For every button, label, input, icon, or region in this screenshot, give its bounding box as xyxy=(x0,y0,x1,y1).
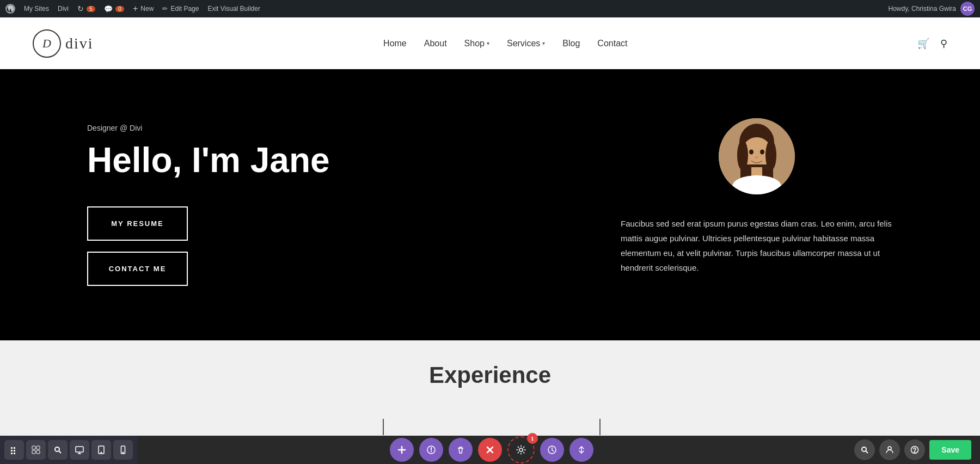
toggle-btn[interactable] xyxy=(419,438,443,462)
svg-point-30 xyxy=(122,452,124,453)
search-right-btn[interactable] xyxy=(854,439,875,460)
history-btn[interactable] xyxy=(540,438,564,462)
builder-toolbar: 1 xyxy=(0,436,980,464)
contact-button[interactable]: CONTACT ME xyxy=(87,252,188,286)
svg-rect-19 xyxy=(36,446,40,449)
portability-btn[interactable] xyxy=(569,438,593,462)
svg-point-39 xyxy=(519,448,523,451)
logo[interactable]: D divi xyxy=(33,29,94,58)
desktop-btn[interactable] xyxy=(70,440,89,460)
builder-left-tools xyxy=(0,436,137,464)
svg-point-46 xyxy=(915,451,915,452)
svg-line-23 xyxy=(59,451,62,454)
updates-item[interactable]: ↻ 5 xyxy=(77,4,95,13)
hero-left: Designer @ Divi Hello, I'm Jane MY RESUM… xyxy=(87,113,621,297)
add-module-btn[interactable] xyxy=(390,438,414,462)
shop-dropdown-arrow: ▾ xyxy=(487,40,489,46)
comments-badge: 0 xyxy=(115,6,124,12)
nav-menu: Home About Shop ▾ Services ▾ Blog Contac… xyxy=(383,39,627,48)
nav-item-services[interactable]: Services ▾ xyxy=(507,39,545,48)
experience-section: Experience xyxy=(0,340,980,394)
close-section-btn[interactable] xyxy=(478,438,502,462)
svg-rect-21 xyxy=(36,450,40,454)
divi-label: Divi xyxy=(58,5,69,13)
cart-icon[interactable]: 🛒 xyxy=(917,38,929,50)
services-dropdown-arrow: ▾ xyxy=(542,40,545,46)
avatar xyxy=(719,118,795,194)
divi-item[interactable]: Divi xyxy=(58,5,69,13)
svg-point-44 xyxy=(888,447,891,450)
nav-item-contact[interactable]: Contact xyxy=(597,39,627,48)
save-button[interactable]: Save xyxy=(929,440,971,460)
svg-point-42 xyxy=(862,447,866,451)
notification-badge: 1 xyxy=(527,433,538,444)
svg-point-8 xyxy=(760,150,764,155)
comments-item[interactable]: 💬 0 xyxy=(104,5,124,13)
gear-btn-wrapper: 1 xyxy=(507,436,535,463)
my-sites-label: My Sites xyxy=(24,5,49,13)
edit-page-label: Edit Page xyxy=(170,5,199,13)
logo-text: divi xyxy=(65,35,94,52)
help-btn[interactable] xyxy=(904,439,925,460)
exit-builder-item[interactable]: Exit Visual Builder xyxy=(207,5,260,13)
svg-point-7 xyxy=(749,150,754,155)
svg-point-9 xyxy=(755,156,758,158)
svg-point-28 xyxy=(101,452,102,453)
svg-line-43 xyxy=(866,451,868,454)
svg-rect-14 xyxy=(11,450,13,451)
svg-rect-16 xyxy=(11,453,13,454)
edit-page-item[interactable]: ✏ Edit Page xyxy=(162,5,199,13)
account-btn[interactable] xyxy=(879,439,900,460)
svg-point-22 xyxy=(55,447,59,451)
nav-item-shop[interactable]: Shop ▾ xyxy=(464,39,489,48)
hero-section: Designer @ Divi Hello, I'm Jane MY RESUM… xyxy=(0,69,980,340)
howdy-text: Howdy, Christina Gwira xyxy=(889,5,956,13)
svg-rect-12 xyxy=(11,447,13,449)
svg-rect-15 xyxy=(14,450,15,451)
search-btn[interactable] xyxy=(48,440,68,460)
svg-rect-18 xyxy=(32,446,35,449)
layout-btn[interactable] xyxy=(26,440,46,460)
svg-rect-20 xyxy=(32,450,35,454)
nav-item-blog[interactable]: Blog xyxy=(562,39,580,48)
hero-subtitle: Designer @ Divi xyxy=(87,124,621,132)
nav-bar: D divi Home About Shop ▾ Services ▾ Blog… xyxy=(0,17,980,69)
svg-point-35 xyxy=(430,451,431,452)
hero-title: Hello, I'm Jane xyxy=(87,141,621,179)
new-item[interactable]: + New xyxy=(133,4,154,14)
trash-btn[interactable] xyxy=(449,438,473,462)
admin-bar-right: Howdy, Christina Gwira CG xyxy=(889,2,975,16)
hamburger-btn[interactable] xyxy=(4,440,24,460)
admin-avatar[interactable]: CG xyxy=(960,2,975,16)
new-label: New xyxy=(140,5,154,13)
builder-center: 1 xyxy=(137,436,846,463)
svg-rect-13 xyxy=(14,447,15,449)
tablet-btn[interactable] xyxy=(91,440,111,460)
hero-bio: Faucibus sed sed erat ipsum purus egesta… xyxy=(621,216,893,275)
wordpress-icon[interactable] xyxy=(5,4,15,14)
search-icon[interactable]: ⚲ xyxy=(940,38,947,50)
exit-builder-label: Exit Visual Builder xyxy=(207,5,260,13)
nav-item-about[interactable]: About xyxy=(424,39,447,48)
builder-right: Save xyxy=(846,439,980,460)
mobile-btn[interactable] xyxy=(113,440,133,460)
admin-bar: My Sites Divi ↻ 5 💬 0 + New ✏ Edit Page … xyxy=(0,0,980,17)
svg-rect-24 xyxy=(76,447,83,452)
resume-button[interactable]: MY RESUME xyxy=(87,206,188,241)
logo-circle: D xyxy=(33,29,61,58)
nav-item-home[interactable]: Home xyxy=(383,39,407,48)
nav-icons: 🛒 ⚲ xyxy=(917,38,947,50)
svg-rect-17 xyxy=(14,453,15,454)
experience-title: Experience xyxy=(0,362,980,388)
updates-badge: 5 xyxy=(87,6,95,12)
hero-right: Faucibus sed sed erat ipsum purus egesta… xyxy=(621,113,893,275)
my-sites-item[interactable]: My Sites xyxy=(24,5,49,13)
